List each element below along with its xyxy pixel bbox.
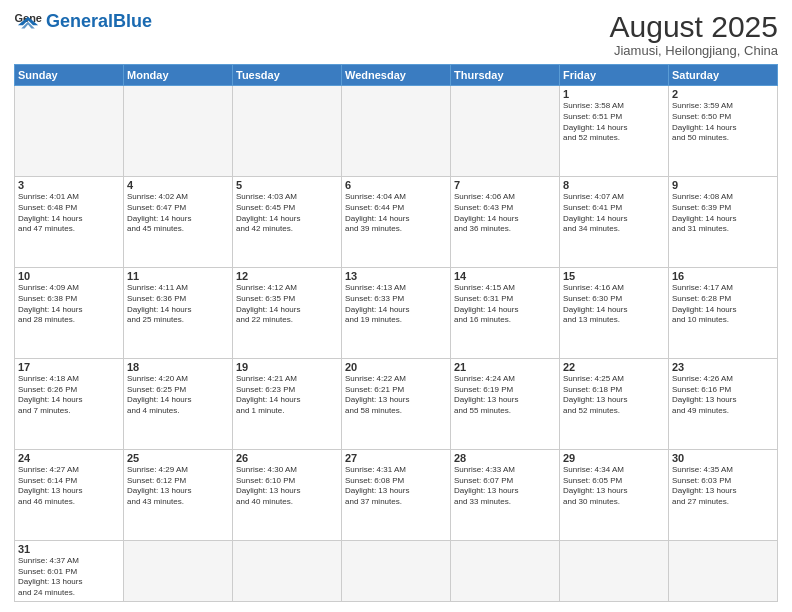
calendar-table: Sunday Monday Tuesday Wednesday Thursday… bbox=[14, 64, 778, 602]
week-row-2: 3 Sunrise: 4:01 AMSunset: 6:48 PMDayligh… bbox=[15, 176, 778, 267]
day-26: 26 Sunrise: 4:30 AMSunset: 6:10 PMDaylig… bbox=[233, 449, 342, 540]
day-15: 15 Sunrise: 4:16 AMSunset: 6:30 PMDaylig… bbox=[560, 267, 669, 358]
day-2: 2 Sunrise: 3:59 AMSunset: 6:50 PMDayligh… bbox=[669, 86, 778, 177]
day-21: 21 Sunrise: 4:24 AMSunset: 6:19 PMDaylig… bbox=[451, 358, 560, 449]
day-16: 16 Sunrise: 4:17 AMSunset: 6:28 PMDaylig… bbox=[669, 267, 778, 358]
empty-cell bbox=[451, 540, 560, 601]
day-14: 14 Sunrise: 4:15 AMSunset: 6:31 PMDaylig… bbox=[451, 267, 560, 358]
day-28: 28 Sunrise: 4:33 AMSunset: 6:07 PMDaylig… bbox=[451, 449, 560, 540]
empty-cell bbox=[342, 540, 451, 601]
empty-cell bbox=[15, 86, 124, 177]
day-24: 24 Sunrise: 4:27 AMSunset: 6:14 PMDaylig… bbox=[15, 449, 124, 540]
day-18: 18 Sunrise: 4:20 AMSunset: 6:25 PMDaylig… bbox=[124, 358, 233, 449]
day-27: 27 Sunrise: 4:31 AMSunset: 6:08 PMDaylig… bbox=[342, 449, 451, 540]
day-13: 13 Sunrise: 4:13 AMSunset: 6:33 PMDaylig… bbox=[342, 267, 451, 358]
day-29: 29 Sunrise: 4:34 AMSunset: 6:05 PMDaylig… bbox=[560, 449, 669, 540]
week-row-5: 24 Sunrise: 4:27 AMSunset: 6:14 PMDaylig… bbox=[15, 449, 778, 540]
col-tuesday: Tuesday bbox=[233, 65, 342, 86]
empty-cell bbox=[451, 86, 560, 177]
week-row-3: 10 Sunrise: 4:09 AMSunset: 6:38 PMDaylig… bbox=[15, 267, 778, 358]
day-23: 23 Sunrise: 4:26 AMSunset: 6:16 PMDaylig… bbox=[669, 358, 778, 449]
day-3: 3 Sunrise: 4:01 AMSunset: 6:48 PMDayligh… bbox=[15, 176, 124, 267]
empty-cell bbox=[233, 540, 342, 601]
header: General GeneralBlue August 2025 Jiamusi,… bbox=[14, 10, 778, 58]
empty-cell bbox=[560, 540, 669, 601]
week-row-6: 31 Sunrise: 4:37 AMSunset: 6:01 PMDaylig… bbox=[15, 540, 778, 601]
day-10: 10 Sunrise: 4:09 AMSunset: 6:38 PMDaylig… bbox=[15, 267, 124, 358]
week-row-1: 1 Sunrise: 3:58 AMSunset: 6:51 PMDayligh… bbox=[15, 86, 778, 177]
day-4: 4 Sunrise: 4:02 AMSunset: 6:47 PMDayligh… bbox=[124, 176, 233, 267]
day-6: 6 Sunrise: 4:04 AMSunset: 6:44 PMDayligh… bbox=[342, 176, 451, 267]
day-11: 11 Sunrise: 4:11 AMSunset: 6:36 PMDaylig… bbox=[124, 267, 233, 358]
col-wednesday: Wednesday bbox=[342, 65, 451, 86]
day-1: 1 Sunrise: 3:58 AMSunset: 6:51 PMDayligh… bbox=[560, 86, 669, 177]
col-monday: Monday bbox=[124, 65, 233, 86]
month-year: August 2025 bbox=[610, 10, 778, 43]
location: Jiamusi, Heilongjiang, China bbox=[610, 43, 778, 58]
col-thursday: Thursday bbox=[451, 65, 560, 86]
empty-cell bbox=[233, 86, 342, 177]
weekday-header-row: Sunday Monday Tuesday Wednesday Thursday… bbox=[15, 65, 778, 86]
day-7: 7 Sunrise: 4:06 AMSunset: 6:43 PMDayligh… bbox=[451, 176, 560, 267]
logo: General GeneralBlue bbox=[14, 10, 152, 32]
day-19: 19 Sunrise: 4:21 AMSunset: 6:23 PMDaylig… bbox=[233, 358, 342, 449]
day-20: 20 Sunrise: 4:22 AMSunset: 6:21 PMDaylig… bbox=[342, 358, 451, 449]
day-9: 9 Sunrise: 4:08 AMSunset: 6:39 PMDayligh… bbox=[669, 176, 778, 267]
empty-cell bbox=[342, 86, 451, 177]
day-31: 31 Sunrise: 4:37 AMSunset: 6:01 PMDaylig… bbox=[15, 540, 124, 601]
day-5: 5 Sunrise: 4:03 AMSunset: 6:45 PMDayligh… bbox=[233, 176, 342, 267]
empty-cell bbox=[124, 86, 233, 177]
title-block: August 2025 Jiamusi, Heilongjiang, China bbox=[610, 10, 778, 58]
day-22: 22 Sunrise: 4:25 AMSunset: 6:18 PMDaylig… bbox=[560, 358, 669, 449]
col-sunday: Sunday bbox=[15, 65, 124, 86]
day-25: 25 Sunrise: 4:29 AMSunset: 6:12 PMDaylig… bbox=[124, 449, 233, 540]
day-12: 12 Sunrise: 4:12 AMSunset: 6:35 PMDaylig… bbox=[233, 267, 342, 358]
logo-blue: Blue bbox=[113, 11, 152, 31]
page: General GeneralBlue August 2025 Jiamusi,… bbox=[0, 0, 792, 612]
day-17: 17 Sunrise: 4:18 AMSunset: 6:26 PMDaylig… bbox=[15, 358, 124, 449]
col-saturday: Saturday bbox=[669, 65, 778, 86]
logo-general: General bbox=[46, 11, 113, 31]
logo-text: GeneralBlue bbox=[46, 11, 152, 31]
day-30: 30 Sunrise: 4:35 AMSunset: 6:03 PMDaylig… bbox=[669, 449, 778, 540]
generalblue-logo-icon: General bbox=[14, 10, 42, 32]
empty-cell bbox=[669, 540, 778, 601]
col-friday: Friday bbox=[560, 65, 669, 86]
day-8: 8 Sunrise: 4:07 AMSunset: 6:41 PMDayligh… bbox=[560, 176, 669, 267]
week-row-4: 17 Sunrise: 4:18 AMSunset: 6:26 PMDaylig… bbox=[15, 358, 778, 449]
empty-cell bbox=[124, 540, 233, 601]
